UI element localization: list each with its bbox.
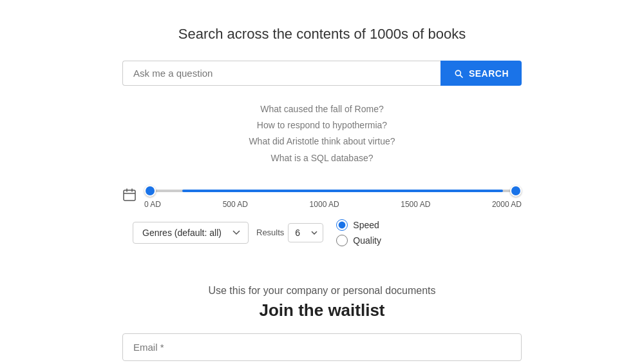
waitlist-title: Join the waitlist <box>122 300 522 320</box>
search-button[interactable]: SEARCH <box>440 61 522 86</box>
slider-track <box>144 190 522 192</box>
svg-rect-0 <box>124 190 135 201</box>
email-input[interactable] <box>122 333 522 361</box>
genre-select[interactable]: Genres (default: all) Fiction Non-Fictio… <box>133 222 249 244</box>
search-bar-container: SEARCH <box>122 61 522 86</box>
results-group: Results 3 6 9 12 <box>256 223 323 242</box>
radio-speed-label: Speed <box>353 220 379 230</box>
results-select[interactable]: 3 6 9 12 <box>288 223 323 242</box>
page-container: Search across the contents of 1000s of b… <box>0 0 644 361</box>
email-input-container <box>122 333 522 361</box>
bottom-description: Use this for your company or personal do… <box>122 285 522 297</box>
radio-quality-input[interactable] <box>336 235 348 246</box>
radio-speed-input[interactable] <box>336 219 348 231</box>
example-query-2: How to respond to hypothermia? <box>249 117 395 133</box>
example-query-1: What caused the fall of Rome? <box>249 101 395 117</box>
bottom-section: Use this for your company or personal do… <box>122 285 522 361</box>
slider-label-2000: 2000 AD <box>492 200 522 209</box>
example-query-4: What is a SQL database? <box>249 150 395 166</box>
page-title: Search across the contents of 1000s of b… <box>178 26 466 43</box>
example-query-3: What did Aristotle think about virtue? <box>249 133 395 150</box>
slider-label-500: 500 AD <box>223 200 248 209</box>
search-input[interactable] <box>122 61 440 86</box>
filters-section: 0 AD 500 AD 1000 AD 1500 AD 2000 AD Genr… <box>122 184 522 246</box>
slider-label-0: 0 AD <box>144 200 161 209</box>
results-label: Results <box>256 228 284 237</box>
dual-range-wrapper <box>144 184 522 197</box>
search-button-label: SEARCH <box>469 68 509 79</box>
slider-track-fill <box>182 190 503 192</box>
radio-group: Speed Quality <box>336 219 381 246</box>
controls-row: Genres (default: all) Fiction Non-Fictio… <box>133 219 532 246</box>
search-icon <box>453 68 464 79</box>
radio-quality-option[interactable]: Quality <box>336 235 381 246</box>
slider-label-1500: 1500 AD <box>401 200 430 209</box>
slider-labels: 0 AD 500 AD 1000 AD 1500 AD 2000 AD <box>144 200 522 209</box>
date-range-row: 0 AD 500 AD 1000 AD 1500 AD 2000 AD <box>122 184 522 209</box>
slider-label-1000: 1000 AD <box>310 200 339 209</box>
radio-quality-label: Quality <box>353 235 381 246</box>
radio-speed-option[interactable]: Speed <box>336 219 381 231</box>
date-range-slider-container: 0 AD 500 AD 1000 AD 1500 AD 2000 AD <box>144 184 522 209</box>
calendar-icon <box>122 188 137 205</box>
example-queries: What caused the fall of Rome? How to res… <box>249 101 395 166</box>
